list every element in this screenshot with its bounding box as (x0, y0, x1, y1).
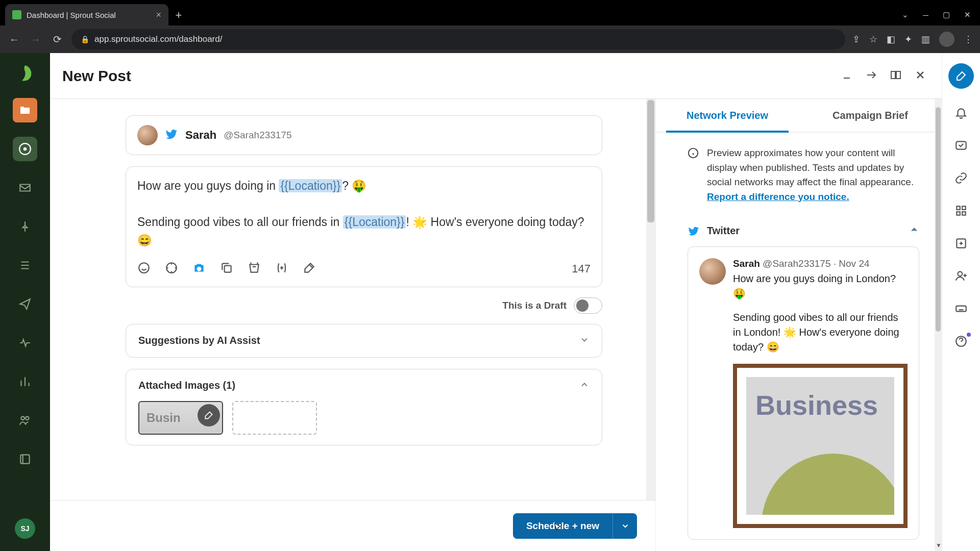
chevron-down-icon (579, 335, 590, 347)
nav-folder-icon[interactable] (13, 98, 37, 122)
url-bar[interactable]: 🔒 app.sproutsocial.com/dashboard/ (71, 29, 845, 49)
add-panel-icon[interactable] (954, 237, 968, 252)
tab-title: Dashboard | Sprout Social (27, 11, 116, 19)
extension-icon[interactable]: ◧ (887, 34, 895, 45)
add-user-icon[interactable] (954, 269, 968, 285)
post-editor[interactable]: How are you guys doing in {{Location}}? … (126, 166, 602, 287)
draft-toggle-row: This is a Draft (126, 297, 602, 314)
location-token[interactable]: {{Location}} (343, 215, 406, 229)
nav-pulse-icon[interactable] (13, 331, 37, 355)
tab-campaign-brief[interactable]: Campaign Brief (799, 99, 942, 132)
schedule-bar: Schedule + new (50, 500, 655, 551)
compose-modal: New Post Sarah @Sarah233175 H (50, 53, 942, 551)
profile-selector[interactable]: Sarah @Sarah233175 (126, 115, 602, 155)
nav-reports-icon[interactable] (13, 369, 37, 394)
close-modal-icon[interactable] (914, 69, 926, 83)
right-sidebar (942, 53, 980, 551)
profile-avatar-icon[interactable] (939, 32, 954, 47)
nav-list-icon[interactable] (13, 253, 37, 278)
edit-image-icon[interactable] (198, 404, 220, 427)
tweet-author-handle: @Sarah233175 (763, 258, 830, 269)
link-icon[interactable] (954, 171, 968, 187)
url-text: app.sproutsocial.com/dashboard/ (94, 34, 222, 44)
sidepanel-icon[interactable]: ▥ (921, 34, 930, 45)
maximize-icon[interactable]: ▢ (943, 10, 950, 19)
browser-tab[interactable]: Dashboard | Sprout Social × (5, 4, 168, 26)
schedule-button[interactable]: Schedule + new (513, 513, 612, 539)
user-badge[interactable]: SJ (15, 518, 35, 539)
camera-icon[interactable] (192, 261, 206, 277)
forward-button[interactable]: → (29, 32, 43, 46)
compose-column: Sarah @Sarah233175 How are you guys doin… (50, 99, 655, 551)
compose-fab[interactable] (948, 63, 974, 89)
share-icon[interactable]: ⇪ (852, 34, 860, 45)
minimize-modal-icon[interactable] (841, 69, 853, 83)
report-difference-link[interactable]: Report a difference you notice. (707, 191, 849, 202)
main-nav-sidebar: SJ (0, 53, 50, 551)
editor-text[interactable]: How are you guys doing in {{Location}}? … (137, 177, 591, 250)
tweet-text-line2: Sending good vibes to all our friends in… (733, 310, 908, 355)
ai-assist-icon[interactable] (303, 261, 316, 277)
help-icon[interactable] (954, 335, 968, 350)
extensions-puzzle-icon[interactable]: ✦ (904, 34, 912, 45)
scrollbar[interactable]: ▼ (935, 99, 942, 551)
tab-network-preview[interactable]: Network Preview (656, 99, 799, 132)
profile-handle: @Sarah233175 (224, 130, 291, 141)
avatar (137, 125, 158, 145)
apps-grid-icon[interactable] (954, 204, 968, 219)
profile-name: Sarah (185, 129, 216, 142)
ai-suggestions-section[interactable]: Suggestions by AI Assist (126, 324, 602, 358)
network-header[interactable]: Twitter (688, 218, 919, 243)
nav-inbox-icon[interactable] (13, 176, 37, 200)
reload-button[interactable]: ⟳ (50, 32, 64, 46)
notifications-icon[interactable] (954, 106, 968, 121)
tab-close-icon[interactable]: × (156, 10, 161, 20)
keyboard-icon[interactable] (954, 302, 968, 317)
chevron-up-icon (909, 224, 919, 237)
tweet-preview: Sarah @Sarah233175 · Nov 24 How are you … (688, 246, 919, 540)
preview-notice: Preview approximates how your content wi… (688, 146, 919, 204)
chevron-down-icon[interactable]: ⌄ (902, 10, 909, 19)
scrollbar[interactable] (646, 99, 655, 500)
reply-icon[interactable] (954, 139, 968, 154)
twitter-icon (688, 225, 700, 237)
variable-icon[interactable] (275, 261, 288, 277)
minimize-icon[interactable]: ─ (923, 11, 928, 19)
schedule-dropdown-button[interactable] (612, 513, 637, 539)
product-tag-icon[interactable] (248, 261, 261, 277)
avatar (699, 258, 726, 285)
image-thumbnail[interactable]: Busin (138, 401, 223, 435)
svg-rect-4 (20, 455, 29, 463)
svg-rect-5 (891, 71, 895, 79)
svg-rect-12 (957, 206, 960, 210)
new-tab-button[interactable]: + (168, 5, 189, 26)
copy-icon[interactable] (220, 261, 233, 277)
svg-rect-15 (962, 212, 966, 215)
expand-right-icon[interactable] (865, 69, 877, 83)
preview-column: ▼ Network Preview Campaign Brief Preview… (655, 99, 942, 551)
nav-pin-icon[interactable] (13, 214, 37, 239)
browser-tab-bar: Dashboard | Sprout Social × + ⌄ ─ ▢ ✕ (0, 0, 980, 26)
bookmark-icon[interactable]: ☆ (869, 34, 877, 45)
svg-rect-9 (225, 265, 231, 272)
target-icon[interactable] (165, 261, 178, 277)
emoji-icon[interactable] (137, 261, 151, 277)
nav-people-icon[interactable] (13, 408, 37, 433)
info-icon (688, 147, 699, 159)
chevron-up-icon[interactable] (579, 380, 590, 392)
back-button[interactable]: ← (7, 32, 21, 46)
window-controls: ⌄ ─ ▢ ✕ (902, 4, 980, 26)
sprout-logo-icon[interactable] (15, 63, 35, 84)
location-token[interactable]: {{Location}} (279, 179, 342, 192)
draft-toggle[interactable] (574, 297, 602, 314)
kebab-menu-icon[interactable]: ⋮ (964, 34, 973, 45)
panels-icon[interactable] (890, 69, 902, 83)
svg-point-2 (21, 416, 24, 420)
add-image-slot[interactable] (232, 401, 317, 435)
svg-rect-14 (957, 212, 960, 215)
section-title: Attached Images (1) (138, 380, 235, 391)
nav-library-icon[interactable] (13, 447, 37, 471)
nav-compass-icon[interactable] (13, 137, 37, 161)
close-window-icon[interactable]: ✕ (964, 10, 971, 19)
nav-send-icon[interactable] (13, 292, 37, 316)
